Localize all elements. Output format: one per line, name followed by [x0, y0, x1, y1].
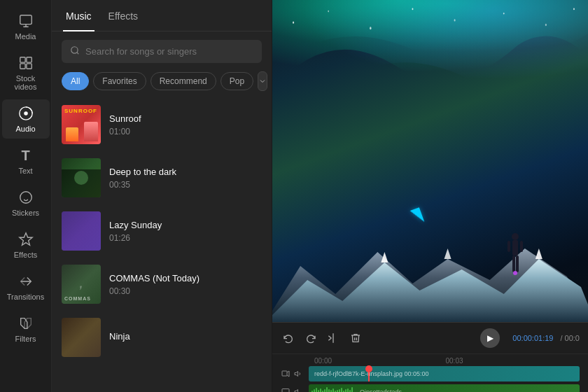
audio-track-clip[interactable]: Oipsottadstads: [309, 384, 580, 392]
filter-recommend[interactable]: Recommend: [150, 72, 216, 90]
svg-point-18: [545, 24, 547, 27]
svg-point-14: [370, 27, 371, 29]
song-thumbnail: , COMMAS: [62, 265, 101, 304]
track-volume-icon: [293, 387, 303, 392]
undo-button[interactable]: [281, 330, 296, 346]
track-video-label: redd-f-rjfOdlB7k-E-unsplash.jpg 00:05:00: [314, 370, 429, 377]
svg-marker-10: [24, 318, 31, 329]
audio-waveform: [309, 384, 356, 392]
list-item[interactable]: Deep to the dark 00:35: [52, 151, 272, 204]
panel-tabs: Music Effects: [52, 0, 272, 31]
svg-line-28: [328, 336, 331, 338]
svg-marker-31: [295, 372, 298, 377]
person-silhouette: [505, 231, 525, 280]
ruler-mark: 00:03: [446, 357, 512, 365]
filter-more-button[interactable]: [258, 71, 267, 91]
svg-point-20: [512, 233, 519, 240]
list-item[interactable]: Ninja: [52, 311, 272, 364]
track-icons: [281, 387, 303, 392]
filter-pop[interactable]: Pop: [220, 72, 253, 90]
sidebar-item-filters[interactable]: Filters: [2, 309, 50, 349]
svg-point-16: [454, 19, 456, 21]
timeline-area: ▶ 00:00:01:19 / 00:0 00:00 00:03: [272, 322, 588, 392]
svg-point-7: [20, 192, 31, 204]
track-video-icon: [281, 369, 290, 379]
audio-track-label: Oipsottadstads: [356, 388, 406, 392]
song-thumbnail: SUNROOF: [62, 105, 101, 144]
sidebar-item-transitions[interactable]: Transitions: [2, 267, 50, 307]
track-icons: [281, 369, 303, 379]
play-button[interactable]: ▶: [480, 328, 500, 348]
list-item[interactable]: SUNROOF Sunroof 01:00: [52, 98, 272, 151]
music-panel: Music Effects All Favorites Recommend Po…: [52, 0, 272, 392]
song-info: Deep to the dark 00:35: [109, 167, 262, 190]
filters-icon: [18, 315, 34, 332]
video-track-clip[interactable]: redd-f-rjfOdlB7k-E-unsplash.jpg 00:05:00: [309, 366, 580, 382]
tab-music[interactable]: Music: [63, 1, 94, 31]
svg-point-11: [71, 47, 78, 53]
delete-button[interactable]: [348, 330, 363, 346]
song-title: Ninja: [109, 331, 262, 342]
sidebar-label-audio: Audio: [15, 125, 35, 133]
song-duration: 00:30: [109, 286, 262, 296]
svg-marker-33: [295, 390, 298, 393]
ruler-mark: 00:00: [314, 357, 380, 365]
svg-point-26: [513, 271, 517, 275]
media-icon: [18, 13, 34, 29]
song-thumbnail: [62, 211, 101, 251]
sidebar-item-audio[interactable]: Audio: [2, 99, 50, 139]
filter-all[interactable]: All: [62, 72, 89, 90]
search-icon: [70, 46, 80, 57]
audio-track: Oipsottadstads: [272, 384, 588, 392]
svg-line-29: [328, 338, 331, 340]
list-item[interactable]: Lazy Sunday 01:26: [52, 204, 272, 258]
video-preview: [272, 0, 588, 322]
svg-point-19: [573, 8, 575, 10]
tab-effects[interactable]: Effects: [106, 1, 141, 31]
sidebar-label-stickers: Stickers: [12, 209, 39, 217]
song-thumbnail: [62, 158, 101, 197]
svg-rect-2: [26, 57, 31, 62]
sidebar-label-stock: Stock videos: [6, 74, 46, 91]
svg-rect-32: [282, 389, 289, 393]
sidebar-item-stock[interactable]: Stock videos: [2, 49, 50, 97]
filter-favorites[interactable]: Favorites: [93, 72, 146, 90]
svg-marker-8: [19, 233, 31, 245]
effects-icon: [18, 231, 34, 248]
song-title: Deep to the dark: [109, 167, 262, 177]
svg-point-6: [24, 111, 28, 115]
song-duration: 00:35: [109, 180, 262, 190]
svg-rect-23: [516, 255, 519, 272]
text-icon: T: [18, 147, 34, 164]
sidebar-item-stickers[interactable]: Stickers: [2, 183, 50, 223]
filter-bar: All Favorites Recommend Pop: [52, 71, 272, 98]
split-button[interactable]: [326, 330, 341, 346]
redo-button[interactable]: [303, 330, 318, 346]
track-screen-icon: [281, 387, 290, 392]
sidebar-item-effects[interactable]: Effects: [2, 225, 50, 265]
search-bar: [62, 40, 262, 63]
sidebar-item-media[interactable]: Media: [2, 7, 50, 46]
transitions-icon: [18, 273, 34, 290]
sidebar-label-effects: Effects: [14, 251, 37, 259]
preview-area: ▶ 00:00:01:19 / 00:0 00:00 00:03: [272, 0, 588, 392]
song-title: COMMAS (Not Today): [109, 273, 262, 284]
svg-rect-21: [512, 240, 518, 255]
song-list: SUNROOF Sunroof 01:00 Deep to the dark 0…: [52, 98, 272, 392]
sidebar: Media Stock videos Audio T Text: [0, 0, 52, 392]
sidebar-label-transitions: Transitions: [7, 293, 44, 301]
sidebar-item-text[interactable]: T Text: [2, 141, 50, 181]
list-item[interactable]: , COMMAS COMMAS (Not Today) 00:30: [52, 258, 272, 311]
audio-icon: [18, 105, 34, 122]
search-input[interactable]: [85, 46, 253, 57]
playhead-handle: [365, 365, 372, 372]
timeline-controls: ▶ 00:00:01:19 / 00:0: [272, 323, 588, 354]
song-title: Lazy Sunday: [109, 220, 262, 230]
sidebar-label-text: Text: [18, 167, 32, 175]
svg-rect-22: [512, 255, 515, 272]
song-duration: 01:26: [109, 233, 262, 243]
current-time: 00:00:01:19: [512, 334, 553, 342]
track-audio-icon: [293, 369, 303, 379]
total-time: / 00:0: [560, 334, 580, 342]
mountains: [272, 238, 588, 322]
